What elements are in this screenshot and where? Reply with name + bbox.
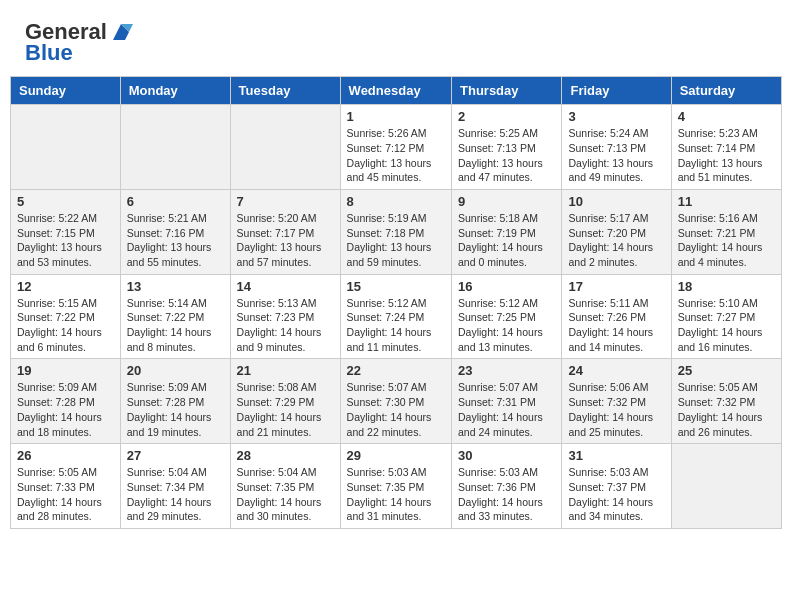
day-number: 9 xyxy=(458,194,555,209)
day-number: 16 xyxy=(458,279,555,294)
calendar-header-row: SundayMondayTuesdayWednesdayThursdayFrid… xyxy=(11,77,782,105)
calendar-cell: 29Sunrise: 5:03 AM Sunset: 7:35 PM Dayli… xyxy=(340,444,451,529)
calendar-cell: 18Sunrise: 5:10 AM Sunset: 7:27 PM Dayli… xyxy=(671,274,781,359)
calendar-cell: 31Sunrise: 5:03 AM Sunset: 7:37 PM Dayli… xyxy=(562,444,671,529)
day-info: Sunrise: 5:15 AM Sunset: 7:22 PM Dayligh… xyxy=(17,296,114,355)
day-info: Sunrise: 5:03 AM Sunset: 7:35 PM Dayligh… xyxy=(347,465,445,524)
calendar-cell: 21Sunrise: 5:08 AM Sunset: 7:29 PM Dayli… xyxy=(230,359,340,444)
day-number: 18 xyxy=(678,279,775,294)
day-info: Sunrise: 5:26 AM Sunset: 7:12 PM Dayligh… xyxy=(347,126,445,185)
day-number: 2 xyxy=(458,109,555,124)
day-number: 3 xyxy=(568,109,664,124)
calendar-cell: 1Sunrise: 5:26 AM Sunset: 7:12 PM Daylig… xyxy=(340,105,451,190)
day-header-friday: Friday xyxy=(562,77,671,105)
day-number: 17 xyxy=(568,279,664,294)
page-header: General Blue xyxy=(10,10,782,71)
day-info: Sunrise: 5:05 AM Sunset: 7:33 PM Dayligh… xyxy=(17,465,114,524)
day-header-saturday: Saturday xyxy=(671,77,781,105)
calendar-cell: 20Sunrise: 5:09 AM Sunset: 7:28 PM Dayli… xyxy=(120,359,230,444)
calendar-table: SundayMondayTuesdayWednesdayThursdayFrid… xyxy=(10,76,782,529)
day-info: Sunrise: 5:18 AM Sunset: 7:19 PM Dayligh… xyxy=(458,211,555,270)
day-info: Sunrise: 5:24 AM Sunset: 7:13 PM Dayligh… xyxy=(568,126,664,185)
day-info: Sunrise: 5:21 AM Sunset: 7:16 PM Dayligh… xyxy=(127,211,224,270)
calendar-cell: 8Sunrise: 5:19 AM Sunset: 7:18 PM Daylig… xyxy=(340,189,451,274)
day-info: Sunrise: 5:19 AM Sunset: 7:18 PM Dayligh… xyxy=(347,211,445,270)
day-number: 30 xyxy=(458,448,555,463)
logo: General Blue xyxy=(25,20,133,66)
day-info: Sunrise: 5:17 AM Sunset: 7:20 PM Dayligh… xyxy=(568,211,664,270)
day-header-monday: Monday xyxy=(120,77,230,105)
calendar-cell: 30Sunrise: 5:03 AM Sunset: 7:36 PM Dayli… xyxy=(452,444,562,529)
day-info: Sunrise: 5:11 AM Sunset: 7:26 PM Dayligh… xyxy=(568,296,664,355)
day-header-sunday: Sunday xyxy=(11,77,121,105)
day-number: 28 xyxy=(237,448,334,463)
day-number: 24 xyxy=(568,363,664,378)
day-number: 12 xyxy=(17,279,114,294)
calendar-week-row: 5Sunrise: 5:22 AM Sunset: 7:15 PM Daylig… xyxy=(11,189,782,274)
day-info: Sunrise: 5:09 AM Sunset: 7:28 PM Dayligh… xyxy=(17,380,114,439)
calendar-cell: 25Sunrise: 5:05 AM Sunset: 7:32 PM Dayli… xyxy=(671,359,781,444)
day-header-thursday: Thursday xyxy=(452,77,562,105)
day-number: 13 xyxy=(127,279,224,294)
day-number: 4 xyxy=(678,109,775,124)
day-number: 22 xyxy=(347,363,445,378)
day-number: 11 xyxy=(678,194,775,209)
calendar-cell: 2Sunrise: 5:25 AM Sunset: 7:13 PM Daylig… xyxy=(452,105,562,190)
calendar-cell: 15Sunrise: 5:12 AM Sunset: 7:24 PM Dayli… xyxy=(340,274,451,359)
calendar-cell: 17Sunrise: 5:11 AM Sunset: 7:26 PM Dayli… xyxy=(562,274,671,359)
calendar-week-row: 1Sunrise: 5:26 AM Sunset: 7:12 PM Daylig… xyxy=(11,105,782,190)
day-info: Sunrise: 5:04 AM Sunset: 7:34 PM Dayligh… xyxy=(127,465,224,524)
day-info: Sunrise: 5:16 AM Sunset: 7:21 PM Dayligh… xyxy=(678,211,775,270)
day-number: 31 xyxy=(568,448,664,463)
calendar-cell: 22Sunrise: 5:07 AM Sunset: 7:30 PM Dayli… xyxy=(340,359,451,444)
calendar-cell: 19Sunrise: 5:09 AM Sunset: 7:28 PM Dayli… xyxy=(11,359,121,444)
calendar-cell: 4Sunrise: 5:23 AM Sunset: 7:14 PM Daylig… xyxy=(671,105,781,190)
day-number: 7 xyxy=(237,194,334,209)
day-number: 14 xyxy=(237,279,334,294)
calendar-cell: 12Sunrise: 5:15 AM Sunset: 7:22 PM Dayli… xyxy=(11,274,121,359)
day-number: 26 xyxy=(17,448,114,463)
day-info: Sunrise: 5:12 AM Sunset: 7:24 PM Dayligh… xyxy=(347,296,445,355)
day-number: 25 xyxy=(678,363,775,378)
day-info: Sunrise: 5:04 AM Sunset: 7:35 PM Dayligh… xyxy=(237,465,334,524)
calendar-cell: 5Sunrise: 5:22 AM Sunset: 7:15 PM Daylig… xyxy=(11,189,121,274)
day-number: 8 xyxy=(347,194,445,209)
day-info: Sunrise: 5:08 AM Sunset: 7:29 PM Dayligh… xyxy=(237,380,334,439)
day-info: Sunrise: 5:03 AM Sunset: 7:36 PM Dayligh… xyxy=(458,465,555,524)
calendar-cell: 23Sunrise: 5:07 AM Sunset: 7:31 PM Dayli… xyxy=(452,359,562,444)
calendar-week-row: 12Sunrise: 5:15 AM Sunset: 7:22 PM Dayli… xyxy=(11,274,782,359)
calendar-cell: 3Sunrise: 5:24 AM Sunset: 7:13 PM Daylig… xyxy=(562,105,671,190)
logo-icon xyxy=(109,20,133,44)
calendar-cell: 16Sunrise: 5:12 AM Sunset: 7:25 PM Dayli… xyxy=(452,274,562,359)
day-number: 23 xyxy=(458,363,555,378)
day-number: 5 xyxy=(17,194,114,209)
day-header-tuesday: Tuesday xyxy=(230,77,340,105)
day-info: Sunrise: 5:25 AM Sunset: 7:13 PM Dayligh… xyxy=(458,126,555,185)
calendar-cell: 11Sunrise: 5:16 AM Sunset: 7:21 PM Dayli… xyxy=(671,189,781,274)
day-info: Sunrise: 5:23 AM Sunset: 7:14 PM Dayligh… xyxy=(678,126,775,185)
day-number: 6 xyxy=(127,194,224,209)
day-info: Sunrise: 5:03 AM Sunset: 7:37 PM Dayligh… xyxy=(568,465,664,524)
calendar-cell: 7Sunrise: 5:20 AM Sunset: 7:17 PM Daylig… xyxy=(230,189,340,274)
calendar-cell: 28Sunrise: 5:04 AM Sunset: 7:35 PM Dayli… xyxy=(230,444,340,529)
calendar-week-row: 19Sunrise: 5:09 AM Sunset: 7:28 PM Dayli… xyxy=(11,359,782,444)
day-info: Sunrise: 5:10 AM Sunset: 7:27 PM Dayligh… xyxy=(678,296,775,355)
calendar-cell xyxy=(120,105,230,190)
calendar-cell: 13Sunrise: 5:14 AM Sunset: 7:22 PM Dayli… xyxy=(120,274,230,359)
day-number: 20 xyxy=(127,363,224,378)
day-number: 21 xyxy=(237,363,334,378)
calendar-cell xyxy=(230,105,340,190)
calendar-cell xyxy=(671,444,781,529)
day-info: Sunrise: 5:05 AM Sunset: 7:32 PM Dayligh… xyxy=(678,380,775,439)
day-info: Sunrise: 5:20 AM Sunset: 7:17 PM Dayligh… xyxy=(237,211,334,270)
day-info: Sunrise: 5:07 AM Sunset: 7:31 PM Dayligh… xyxy=(458,380,555,439)
day-info: Sunrise: 5:13 AM Sunset: 7:23 PM Dayligh… xyxy=(237,296,334,355)
calendar-cell xyxy=(11,105,121,190)
day-number: 29 xyxy=(347,448,445,463)
calendar-week-row: 26Sunrise: 5:05 AM Sunset: 7:33 PM Dayli… xyxy=(11,444,782,529)
day-info: Sunrise: 5:07 AM Sunset: 7:30 PM Dayligh… xyxy=(347,380,445,439)
day-info: Sunrise: 5:14 AM Sunset: 7:22 PM Dayligh… xyxy=(127,296,224,355)
day-number: 10 xyxy=(568,194,664,209)
day-number: 27 xyxy=(127,448,224,463)
calendar-cell: 24Sunrise: 5:06 AM Sunset: 7:32 PM Dayli… xyxy=(562,359,671,444)
